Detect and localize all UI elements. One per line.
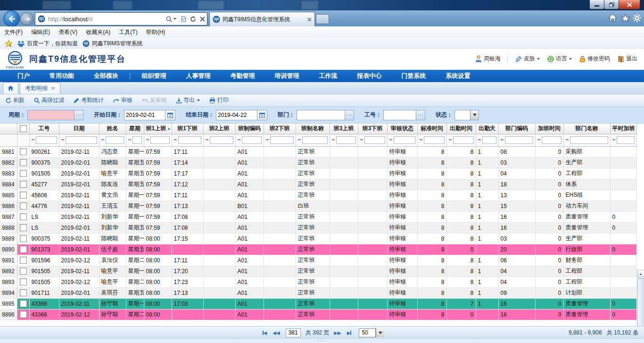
back-button[interactable]	[3, 10, 20, 27]
table-row[interactable]: 98939015052019-02-12喻意平星期二08:0017:23A01正…	[0, 276, 636, 287]
column-filter-input-emp_no[interactable]	[36, 136, 57, 144]
table-row[interactable]: 98909013732019-02-01伍子超星期五08:00A01正常班待审核…	[0, 244, 636, 255]
column-filter-input-week[interactable]	[132, 136, 142, 144]
col-header-shift_name[interactable]: 班制名称	[296, 124, 330, 134]
department-input[interactable]	[297, 111, 345, 119]
menu-item[interactable]: 帮助(H)	[142, 28, 170, 36]
scroll-up-arrow[interactable]: ▲	[637, 270, 644, 277]
new-tab-button[interactable]	[316, 14, 329, 24]
nav-item[interactable]: 人事管理	[176, 72, 221, 80]
column-filter-input-date[interactable]	[66, 136, 97, 144]
col-header-s1_out[interactable]: 班1下班	[172, 124, 203, 134]
col-header-emp_no[interactable]: 工号	[29, 124, 59, 134]
row-checkbox[interactable]	[20, 181, 27, 188]
search-dropdown-caret[interactable]	[173, 18, 177, 20]
home-tab[interactable]	[3, 82, 18, 94]
restore-button[interactable]	[604, 0, 619, 9]
nav-item[interactable]: 组织管理	[132, 72, 176, 80]
export-button[interactable]: 导出	[176, 96, 200, 104]
skin-button[interactable]: 皮肤	[515, 55, 540, 63]
start-date-calendar-button[interactable]	[165, 110, 175, 120]
row-checkbox[interactable]	[20, 192, 27, 199]
department-picker-button[interactable]: ···	[345, 110, 354, 120]
menu-item[interactable]: 收藏夹(A)	[82, 28, 115, 36]
row-checkbox[interactable]	[20, 170, 27, 177]
add-favorite-star-icon[interactable]	[5, 40, 13, 47]
col-header-date[interactable]: 日期	[59, 124, 99, 134]
end-date-calendar-button[interactable]	[257, 110, 267, 120]
col-header-s3_in[interactable]: 班3上班	[330, 124, 358, 134]
employee-picker-button[interactable]: ···	[416, 110, 425, 120]
logout-button[interactable]: 退出	[618, 55, 637, 63]
col-header-audit[interactable]: 审核状态	[387, 124, 417, 134]
table-row[interactable]: 9896433662019-02-12孙守聪星期二08:00A01正常班待审核8…	[0, 309, 636, 320]
nav-item[interactable]: 门户	[8, 72, 40, 80]
page-size-select[interactable]: 50	[359, 328, 384, 337]
nav-item[interactable]: 工作流	[309, 72, 347, 80]
bottom-splitter[interactable]: ····	[0, 338, 644, 343]
column-filter-input-std_time[interactable]	[424, 136, 445, 144]
column-filter-input-s1_in[interactable]	[150, 136, 170, 144]
column-filter-input-s2_out[interactable]	[270, 136, 294, 144]
column-filter-input-dept_name[interactable]	[570, 136, 608, 144]
table-row[interactable]: 98839015052019-02-01喻意平星期五07:5917:17A01正…	[0, 168, 636, 179]
table-row[interactable]: 98829003752019-02-01陈晓聪星期五07:5917:14A01正…	[0, 157, 636, 168]
row-checkbox[interactable]	[20, 202, 27, 209]
col-header-s1_in[interactable]: 班1上班▲	[144, 124, 172, 134]
table-row[interactable]: 9888LS2019-02-01刘新华星期五07:5917:08A01正常班待审…	[0, 222, 636, 233]
current-user[interactable]: 周银海	[475, 55, 501, 63]
row-checkbox[interactable]	[20, 311, 27, 318]
column-filter-input-s1_out[interactable]	[178, 136, 201, 144]
row-checkbox[interactable]	[20, 300, 27, 307]
reverse-audit-button[interactable]: 反审核	[142, 96, 167, 104]
employee-no-input[interactable]	[384, 111, 416, 119]
nav-item[interactable]: 门禁系统	[392, 72, 436, 80]
compatibility-view-icon[interactable]	[179, 13, 188, 25]
row-checkbox[interactable]	[20, 268, 27, 275]
favorite-item-tongxin[interactable]: 同鑫T9IMS管理系统	[83, 40, 142, 48]
menu-item[interactable]: 文件(F)	[0, 28, 27, 36]
table-row[interactable]: 98929015052019-02-11喻意平星期一08:0017:20A01正…	[0, 266, 636, 276]
table-row[interactable]: 98949017112019-02-01吴琪芬星期五08:0017:13A01正…	[0, 287, 636, 298]
table-row[interactable]: 98899003752019-02-11陈晓聪星期一08:0017:15A01正…	[0, 233, 636, 244]
select-all-checkbox[interactable]	[20, 125, 27, 132]
menu-item[interactable]: 查看(V)	[54, 28, 82, 36]
col-header-shift_code[interactable]: 班制编码	[235, 124, 264, 134]
stop-icon[interactable]	[198, 13, 207, 25]
status-select[interactable]	[455, 111, 470, 119]
column-filter-input-ot_time[interactable]	[542, 136, 561, 144]
menu-item[interactable]: 编辑(E)	[27, 28, 54, 36]
attendance-stats-button[interactable]: 考勤统计	[74, 96, 104, 104]
col-header-s3_out[interactable]: 班3下班	[358, 124, 387, 134]
column-filter-input-shift_name[interactable]	[302, 136, 328, 144]
row-checkbox[interactable]	[20, 148, 27, 155]
favorite-item-baidu[interactable]: 百度一下，你就知道	[17, 40, 78, 48]
column-filter-input-s3_in[interactable]	[336, 136, 356, 144]
start-date-input[interactable]	[124, 111, 165, 119]
tab-close-icon[interactable]	[307, 17, 312, 22]
column-filter-input-dept_code[interactable]	[505, 136, 533, 144]
row-checkbox[interactable]	[20, 235, 27, 242]
period-input[interactable]	[28, 111, 74, 119]
column-filter-input-s3_out[interactable]	[364, 136, 385, 144]
row-checkbox[interactable]	[20, 159, 27, 166]
refresh-page-icon[interactable]	[188, 13, 198, 25]
print-button[interactable]: 打印	[209, 96, 229, 104]
col-header-std_time[interactable]: 标准时间	[417, 124, 446, 134]
nav-item[interactable]: 系统设置	[436, 72, 480, 80]
table-row[interactable]: 98919015962019-02-12袁汝仪星期二08:0017:11A01正…	[0, 255, 636, 266]
favorites-star-icon[interactable]	[621, 14, 630, 22]
tab-attendance-detail[interactable]: 考勤明细 ✕	[20, 82, 60, 94]
col-header-att_days[interactable]: 出勤天	[476, 124, 498, 134]
row-checkbox[interactable]	[20, 246, 27, 253]
next-page-button[interactable]: ▶▶	[334, 330, 341, 335]
nav-item[interactable]: 考勤管理	[221, 72, 265, 80]
menu-item[interactable]: 工具(T)	[115, 28, 141, 36]
column-filter-input-pt_ot[interactable]	[617, 136, 635, 144]
column-filter-input-audit[interactable]	[394, 136, 415, 144]
column-filter-input-name[interactable]	[106, 136, 124, 144]
row-checkbox[interactable]	[20, 289, 27, 296]
forward-button[interactable]	[20, 12, 33, 25]
address-bar[interactable]: http://localhost/#	[35, 12, 207, 25]
column-filter-input-s2_in[interactable]	[210, 136, 233, 144]
